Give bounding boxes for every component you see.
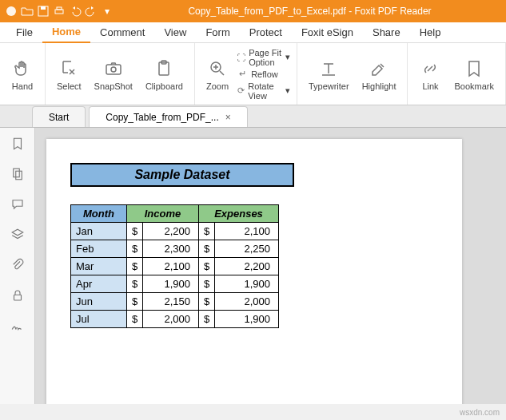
typewriter-icon	[317, 57, 340, 80]
bookmarks-panel-icon[interactable]	[10, 136, 26, 152]
cell-income: 2,200	[143, 223, 199, 240]
table-row: Apr$1,900$1,900	[71, 275, 279, 293]
signatures-panel-icon[interactable]	[10, 318, 26, 334]
cell-income: 2,150	[143, 293, 199, 311]
cell-month: Apr	[71, 275, 127, 293]
app-logo-icon	[5, 5, 18, 18]
menu-view[interactable]: View	[154, 22, 196, 43]
document-tabs: Start Copy_Table_from_PDF_... ×	[0, 105, 506, 128]
cell-month: Jan	[71, 223, 127, 240]
page-area[interactable]: Sample Dataset Month Income Expenses Jan…	[35, 128, 506, 404]
cell-currency: $	[199, 240, 215, 258]
svg-rect-2	[41, 6, 46, 10]
svg-rect-4	[57, 7, 62, 10]
ribbon: Hand Select SnapShot Clipboard Zoom ⛶Pag…	[0, 43, 506, 105]
hand-label: Hand	[12, 81, 33, 91]
page-fit-option[interactable]: ⛶Page Fit Option ▾	[237, 48, 290, 67]
menu-file[interactable]: File	[6, 22, 42, 43]
dataset-table: Month Income Expenses Jan$2,200$2,100Feb…	[70, 204, 279, 328]
cell-currency: $	[127, 258, 143, 275]
highlight-icon	[368, 57, 390, 80]
cell-expenses: 2,200	[215, 258, 279, 275]
menu-form[interactable]: Form	[196, 22, 239, 43]
cell-income: 1,900	[143, 275, 199, 293]
pdf-page: Sample Dataset Month Income Expenses Jan…	[46, 139, 462, 404]
save-icon[interactable]	[37, 5, 50, 18]
table-row: Mar$2,100$2,200	[71, 258, 279, 275]
dataset-title: Sample Dataset	[70, 163, 294, 187]
pages-panel-icon[interactable]	[10, 166, 26, 182]
reflow-icon: ↵	[237, 69, 248, 80]
redo-icon[interactable]	[85, 5, 98, 18]
attachments-panel-icon[interactable]	[10, 257, 26, 273]
select-button[interactable]: Select	[52, 56, 86, 93]
table-row: Jun$2,150$2,000	[71, 293, 279, 311]
menu-comment[interactable]: Comment	[90, 22, 154, 43]
menu-share[interactable]: Share	[363, 22, 410, 43]
quick-access-toolbar: ▾	[0, 5, 114, 18]
cell-currency: $	[199, 275, 215, 293]
sidebar	[0, 128, 35, 404]
highlight-button[interactable]: Highlight	[357, 56, 401, 93]
cell-currency: $	[199, 311, 215, 328]
layers-panel-icon[interactable]	[10, 227, 26, 243]
print-icon[interactable]	[53, 5, 66, 18]
svg-rect-3	[55, 10, 63, 14]
snapshot-button[interactable]: SnapShot	[90, 56, 137, 93]
svg-point-6	[111, 67, 116, 72]
rotate-view-option[interactable]: ⟳Rotate View ▾	[237, 81, 290, 101]
cell-expenses: 2,000	[215, 293, 279, 311]
comments-panel-icon[interactable]	[10, 196, 26, 212]
bookmark-icon	[463, 57, 485, 80]
select-icon	[58, 57, 80, 80]
svg-rect-12	[14, 295, 21, 300]
reflow-option[interactable]: ↵Reflow	[237, 69, 290, 80]
cell-income: 2,100	[143, 258, 199, 275]
svg-rect-11	[15, 171, 22, 180]
tab-start[interactable]: Start	[32, 106, 86, 127]
security-panel-icon[interactable]	[10, 287, 26, 303]
cell-expenses: 1,900	[215, 275, 279, 293]
close-tab-icon[interactable]: ×	[225, 112, 231, 123]
clipboard-button[interactable]: Clipboard	[141, 56, 188, 93]
zoom-button[interactable]: Zoom	[201, 56, 233, 93]
link-icon	[419, 57, 441, 80]
qat-dropdown-icon[interactable]: ▾	[101, 5, 114, 18]
header-expenses: Expenses	[199, 205, 279, 223]
undo-icon[interactable]	[69, 5, 82, 18]
svg-rect-10	[13, 168, 19, 177]
typewriter-button[interactable]: Typewriter	[304, 56, 354, 93]
cell-expenses: 1,900	[215, 311, 279, 328]
hand-tool-button[interactable]: Hand	[6, 56, 38, 93]
menu-esign[interactable]: Foxit eSign	[292, 22, 363, 43]
document-title: Copy_Table_from_PDF_to_Excel.pdf - Foxit…	[114, 6, 506, 17]
workspace: Sample Dataset Month Income Expenses Jan…	[0, 128, 506, 404]
menu-help[interactable]: Help	[410, 22, 451, 43]
cell-currency: $	[199, 223, 215, 240]
bookmark-button[interactable]: Bookmark	[449, 56, 499, 93]
hand-icon	[11, 57, 34, 80]
cell-expenses: 2,250	[215, 240, 279, 258]
cell-month: Jul	[71, 311, 127, 328]
menu-bar: File Home Comment View Form Protect Foxi…	[0, 22, 506, 43]
tab-document[interactable]: Copy_Table_from_PDF_... ×	[89, 106, 247, 127]
cell-currency: $	[199, 293, 215, 311]
cell-expenses: 2,100	[215, 223, 279, 240]
cell-income: 2,000	[143, 311, 199, 328]
open-icon[interactable]	[21, 5, 34, 18]
cell-currency: $	[199, 258, 215, 275]
svg-point-0	[6, 6, 16, 16]
table-row: Jan$2,200$2,100	[71, 223, 279, 240]
rotate-icon: ⟳	[237, 85, 245, 97]
fit-icon: ⛶	[237, 52, 245, 63]
menu-home[interactable]: Home	[42, 22, 90, 43]
link-button[interactable]: Link	[414, 56, 446, 93]
menu-protect[interactable]: Protect	[240, 22, 292, 43]
cell-month: Jun	[71, 293, 127, 311]
header-month: Month	[71, 205, 127, 223]
svg-rect-5	[106, 65, 121, 74]
cell-income: 2,300	[143, 240, 199, 258]
cell-currency: $	[127, 240, 143, 258]
cell-month: Mar	[71, 258, 127, 275]
watermark: wsxdn.com	[460, 408, 500, 417]
